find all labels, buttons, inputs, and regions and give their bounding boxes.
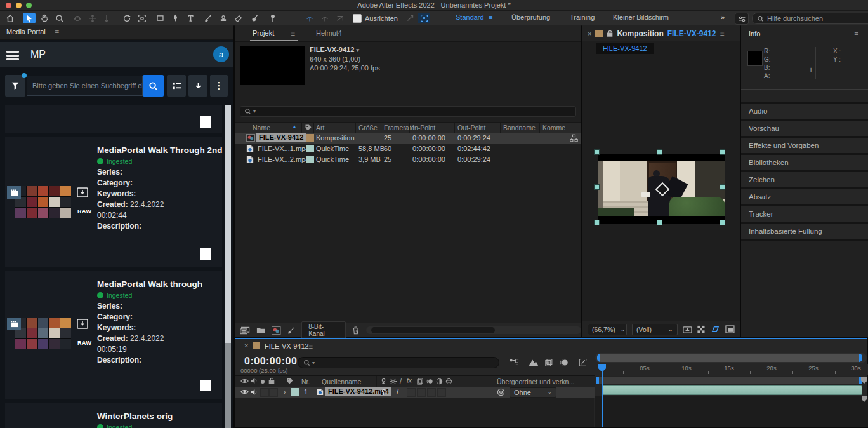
time-ruler[interactable]: 0s 05s 10s 15s 20s 25s 30s (595, 364, 868, 375)
col-groesse[interactable]: Größe (358, 124, 378, 131)
3d-layer-column-icon[interactable] (445, 378, 452, 385)
frame-blend-switch[interactable] (417, 388, 426, 397)
more-options-button[interactable]: ⋮ (210, 75, 228, 97)
label-swatch[interactable] (306, 134, 314, 142)
zoom-diagonal-icon[interactable] (404, 13, 416, 23)
shy-switch-icon[interactable] (380, 389, 387, 396)
current-timecode[interactable]: 0:00:00:00 (244, 356, 297, 367)
audio-icon[interactable] (251, 377, 258, 384)
layer-marker-icon[interactable] (860, 395, 868, 403)
roto-brush-tool-icon[interactable] (249, 13, 261, 23)
panel-tab-bibliotheken[interactable]: Bibliotheken (741, 155, 868, 170)
label-swatch[interactable] (306, 145, 314, 152)
tab-helmut4[interactable]: Helmut4 (316, 29, 342, 37)
panel-tab-effekte[interactable]: Effekte und Vorgaben (741, 138, 868, 153)
rotation-tool-icon[interactable] (121, 13, 133, 23)
panel-menu-icon[interactable]: ≡ (308, 342, 313, 351)
col-parent-link[interactable]: Übergeordnet und verkn... (497, 378, 574, 385)
frame-blending-icon[interactable] (544, 358, 554, 367)
snapping-icon[interactable] (418, 13, 430, 23)
selection-handle[interactable] (720, 149, 725, 155)
workspace-overflow-icon[interactable]: » (721, 13, 725, 21)
audio-icon[interactable] (251, 389, 258, 396)
motion-blur-column-icon[interactable] (426, 378, 433, 385)
view-axis-mode-icon[interactable] (334, 13, 346, 23)
navigator-end-handle[interactable] (859, 354, 862, 362)
table-row[interactable]: FILE-VX...1.mp4 QuickTime 58,8 MB 60 0:0… (235, 144, 581, 154)
interpret-footage-icon[interactable] (240, 326, 250, 335)
selection-handle[interactable] (594, 149, 600, 155)
scrollbar[interactable] (225, 105, 231, 428)
transparency-grid-icon[interactable] (697, 325, 706, 333)
selection-handle[interactable] (594, 184, 600, 190)
solo-switch[interactable] (260, 388, 269, 397)
label-swatch[interactable] (306, 156, 314, 163)
close-panel-icon[interactable]: × (588, 30, 591, 37)
sort-ascending-icon[interactable]: ▲ (292, 124, 297, 130)
selection-handle[interactable] (720, 184, 725, 190)
snapshot-icon[interactable] (683, 325, 692, 333)
lock-icon[interactable] (268, 377, 275, 384)
horizontal-scrollbar[interactable] (366, 326, 581, 334)
time-navigator-thumb[interactable] (597, 354, 862, 362)
hand-tool-icon[interactable] (38, 13, 51, 23)
tab-projekt[interactable]: Projekt (253, 29, 274, 37)
card-checkbox[interactable] (200, 380, 211, 391)
workspace-menu-icon[interactable]: ≡ (489, 13, 492, 21)
render-queue-icon[interactable] (287, 326, 296, 335)
card-thumbnail[interactable] (15, 186, 71, 218)
align-checkbox[interactable] (353, 14, 362, 23)
dolly-camera-tool-icon[interactable] (100, 13, 113, 23)
dropdown-icon[interactable]: ▾ (356, 47, 359, 53)
panel-tab-tracker[interactable]: Tracker (741, 206, 868, 222)
brush-tool-icon[interactable] (202, 13, 214, 23)
search-button[interactable] (143, 75, 164, 97)
col-art[interactable]: Art (316, 124, 324, 131)
trash-icon[interactable] (352, 326, 360, 335)
label-column-icon[interactable] (305, 124, 312, 131)
camera-tool-icon[interactable] (136, 13, 148, 23)
layer-duration-bar[interactable] (602, 385, 862, 395)
horizontal-scrollbar-thumb[interactable] (371, 327, 495, 333)
workspace-tab-ueberpruefung[interactable]: Überprüfung (511, 13, 550, 21)
navigator-start-handle[interactable] (597, 354, 600, 362)
graph-editor-icon[interactable] (578, 358, 588, 367)
panel-menu-icon[interactable]: ≡ (55, 28, 59, 37)
workspace-tab-standard[interactable]: Standard (456, 13, 484, 21)
media-portal-tab[interactable]: Media Portal (6, 28, 46, 36)
layer-label-swatch[interactable] (291, 388, 299, 396)
col-outpoint[interactable]: Out-Point (457, 124, 485, 131)
type-tool-icon[interactable] (184, 13, 197, 23)
close-panel-icon[interactable]: × (244, 342, 248, 349)
table-row[interactable]: FILE-VX...2.mp4 QuickTime 3,9 MB 25 0:00… (235, 154, 581, 165)
draft-3d-icon[interactable] (529, 358, 539, 367)
panel-menu-icon[interactable]: ≡ (291, 29, 295, 38)
new-composition-icon[interactable] (272, 326, 281, 335)
workspace-tab-kleiner-bildschirm[interactable]: Kleiner Bildschirm (613, 13, 669, 21)
time-navigator[interactable] (595, 353, 867, 363)
col-bandname[interactable]: Bandname (503, 124, 536, 131)
frame-blend-column-icon[interactable] (417, 378, 424, 385)
search-dropdown-icon[interactable]: ▾ (253, 109, 256, 114)
parent-dropdown[interactable]: Ohne ⌄ (510, 387, 556, 398)
col-source-name[interactable]: Quellenname (322, 378, 361, 385)
parent-pickwhip-icon[interactable] (497, 388, 505, 396)
puppet-pin-tool-icon[interactable] (266, 13, 279, 23)
filter-button[interactable] (5, 75, 25, 97)
table-row[interactable]: FILE-VX-9412 Komposition 25 0:00:00:00 0… (235, 133, 581, 144)
motion-blur-switch[interactable] (427, 388, 436, 397)
download-asset-icon[interactable] (77, 319, 88, 329)
solo-icon[interactable] (261, 380, 265, 384)
timeline-search-field[interactable]: ▾ (298, 357, 499, 368)
help-search-field[interactable]: Hilfe durchsuchen (752, 13, 868, 24)
selection-tool-icon[interactable] (23, 13, 36, 23)
local-axis-mode-icon[interactable] (303, 13, 316, 23)
panel-tab-absatz[interactable]: Absatz (741, 189, 868, 204)
effects-icon[interactable]: fx (407, 377, 412, 384)
composition-viewport[interactable] (598, 154, 725, 224)
zoom-tool-icon[interactable] (53, 13, 66, 23)
info-panel-title[interactable]: Info (749, 30, 760, 37)
panel-tab-vorschau[interactable]: Vorschau (741, 121, 868, 136)
media-card[interactable]: MediaPortal Walk Through 2nd Ingested Se… (5, 137, 222, 267)
col-framerate[interactable]: Framerate (384, 124, 414, 131)
